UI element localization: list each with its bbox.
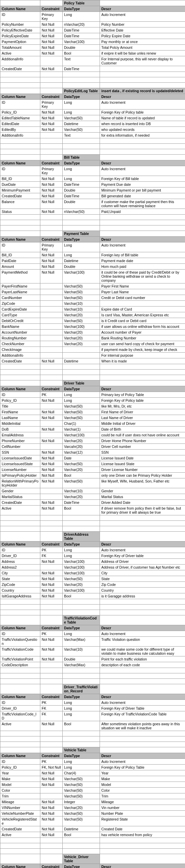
cell: nVarchar(20) — [63, 22, 100, 27]
cell: Not Null — [40, 258, 63, 264]
table-row: BalanceNot NullDoubleif customer make th… — [0, 199, 185, 209]
column-header: Descr — [100, 753, 185, 759]
cell — [100, 599, 185, 605]
cell: Driver Home Phone Number — [100, 438, 185, 444]
column-header: Descr — [100, 6, 185, 12]
cell: Varchar(50) — [63, 295, 100, 301]
cell: Driver_ID — [0, 706, 40, 711]
column-header: Constraint — [40, 386, 63, 392]
table-row: PhoneNumberNot NullVarchar(20)Driver Hom… — [0, 438, 185, 444]
cell — [40, 295, 63, 301]
cell — [0, 849, 40, 854]
cell: Bill_ID — [0, 176, 40, 182]
cell: DoB — [0, 427, 40, 432]
table-row: PolicyExpireDateNot NullDateTimePolicy E… — [0, 33, 185, 39]
cell — [63, 138, 100, 144]
cell — [0, 742, 40, 747]
cell: Bool — [63, 51, 100, 56]
cell: CheckImage — [0, 347, 40, 353]
cell — [0, 668, 40, 673]
cell: Policy_ID — [0, 765, 40, 770]
cell: Not Null — [40, 799, 63, 805]
cell: for extra information, if needed — [100, 133, 185, 138]
column-header: Descr — [100, 386, 185, 392]
cell: FK — [40, 706, 63, 711]
table-row: TrimVarchar(50)Trim — [0, 793, 185, 799]
cell: LicenseIssuedDate — [0, 455, 40, 461]
cell: Active — [0, 506, 40, 515]
cell: Varchar(50) — [63, 283, 100, 289]
cell: if payment made by check, keep image of … — [100, 347, 185, 353]
cell — [40, 742, 63, 747]
table-row: RelationWithPrimaryPolicyHolderNot NullV… — [0, 478, 185, 488]
cell: PayerLastName — [0, 289, 40, 295]
column-header: Column Name — [0, 160, 40, 166]
table-row: CreatedDateNot NullDateTimeDriver Added … — [0, 500, 185, 506]
column-header: Constraint — [40, 541, 63, 547]
cell: AdditionalInfo — [0, 133, 40, 138]
cell: Not Null — [40, 467, 63, 473]
cell: City — [100, 570, 185, 576]
cell — [40, 444, 63, 450]
cell: Double — [63, 656, 100, 662]
column-header: DataType — [63, 237, 100, 242]
cell — [100, 149, 185, 155]
cell: CardType — [0, 312, 40, 318]
cell: Bill generated date — [100, 193, 185, 199]
cell: Not Null — [40, 473, 63, 478]
cell — [100, 83, 185, 88]
cell: Varchar(50) — [63, 127, 100, 133]
cell: Middle Initial of Driver — [100, 421, 185, 427]
cell — [100, 138, 185, 144]
table-row: MileageNot NullIntegerMileage — [0, 799, 185, 805]
cell — [40, 731, 63, 736]
column-header: Constraint — [40, 237, 63, 242]
cell: Driver License Number — [100, 467, 185, 473]
cell — [0, 155, 40, 160]
table-row: CardExpireDateVarchar(10)Expire date of … — [0, 307, 185, 312]
table-row: ColorVarchar(50)Color — [0, 788, 185, 793]
cell: if exipre it will be false unles renew — [100, 51, 185, 56]
cell: EditedBy — [0, 127, 40, 133]
cell: Is card Visa, Master, American Express e… — [100, 312, 185, 318]
cell — [40, 312, 63, 318]
cell: Driver_ID — [0, 553, 40, 559]
cell: Not Null — [40, 593, 63, 599]
table-row: CreatedDateNot NullDatetimeWhen it is ma… — [0, 358, 185, 364]
cell: Not Null — [40, 33, 63, 39]
cell — [100, 684, 185, 694]
cell: DueDate — [0, 182, 40, 188]
cell — [100, 215, 185, 220]
column-header: Column Name — [0, 694, 40, 700]
cell — [100, 736, 185, 742]
cell: Varchar(100) — [63, 570, 100, 576]
cell — [40, 615, 63, 625]
cell: License Issued State — [100, 461, 185, 467]
cell: Datetime — [63, 358, 100, 364]
cell: Varchar(20) — [63, 438, 100, 444]
cell: Active — [0, 721, 40, 731]
cell: State — [0, 576, 40, 582]
cell: Long — [63, 547, 100, 553]
cell: Varchar(50) — [63, 461, 100, 467]
cell — [0, 521, 40, 526]
column-header: DataType — [63, 694, 100, 700]
cell: Long — [63, 176, 100, 182]
cell: Bool — [63, 506, 100, 515]
cell — [100, 0, 185, 6]
cell — [63, 843, 100, 849]
cell: Address of Driver — [100, 559, 185, 565]
column-header: Column Name — [0, 6, 40, 12]
cell: Varchar(100) — [63, 432, 100, 438]
cell: EditedDate — [0, 121, 40, 127]
cell: PK — [40, 547, 63, 553]
cell — [40, 72, 63, 77]
table-row: EditedDateNot NullDatetimewhen record is… — [0, 121, 185, 127]
cell: like Myself, Wife, Husband, Son, Father … — [100, 478, 185, 488]
table-row: PaymentOptionNot NullVarchar(100)Pay mon… — [0, 39, 185, 45]
cell — [0, 72, 40, 77]
cell: Not Null — [40, 570, 63, 576]
cell — [40, 375, 63, 380]
cell: Varchar(20) — [63, 805, 100, 811]
cell: Not Null — [40, 182, 63, 188]
